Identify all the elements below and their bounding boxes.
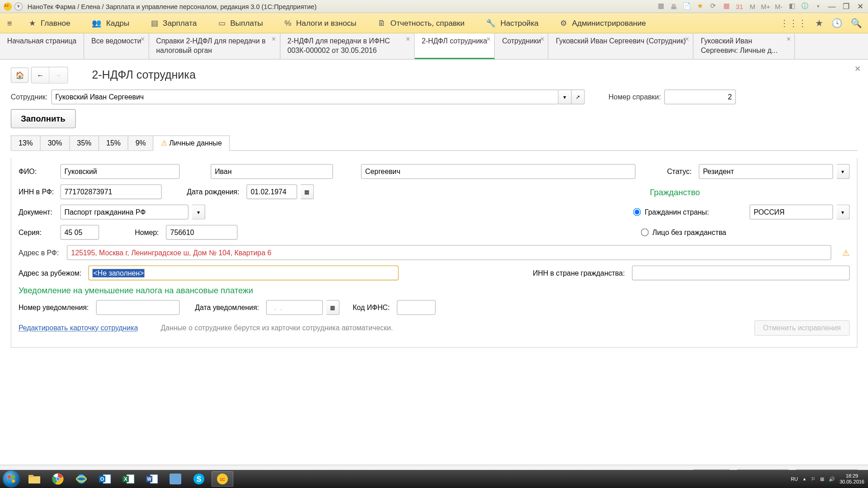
tab-15[interactable]: 15% — [99, 136, 128, 150]
close-icon[interactable]: ✕ — [406, 36, 410, 42]
minimize-button[interactable]: — — [826, 1, 837, 11]
address-foreign-field[interactable]: <Не заполнен> — [89, 265, 399, 280]
close-icon[interactable]: ✕ — [486, 36, 491, 42]
edit-card-link[interactable]: Редактировать карточку сотрудника — [19, 324, 138, 332]
notification-number-field[interactable] — [96, 300, 179, 315]
menu-reports[interactable]: 🗎Отчетность, справки — [367, 13, 475, 33]
lang-indicator[interactable]: RU — [791, 476, 798, 482]
series-field[interactable] — [60, 225, 99, 240]
close-icon[interactable]: ✕ — [786, 36, 791, 42]
outlook-icon[interactable]: O — [94, 471, 116, 487]
tab-2ndfl-refs[interactable]: Справки 2-НДФЛ для передачи в налоговый … — [149, 33, 280, 59]
first-name-field[interactable] — [211, 164, 333, 179]
inn-foreign-field[interactable] — [632, 265, 850, 280]
home-button[interactable]: 🏠 — [11, 67, 29, 83]
titlebar-m-plus-icon[interactable]: M+ — [761, 1, 770, 11]
tab-employee-personal[interactable]: Гуковский Иван Сергеевич: Личные д...✕ — [693, 33, 795, 59]
tab-35[interactable]: 35% — [69, 136, 99, 150]
flag-icon[interactable]: ⚐ — [811, 476, 816, 482]
ifns-code-field[interactable] — [397, 300, 436, 315]
dropdown-button[interactable]: ▾ — [837, 205, 850, 220]
tab-13[interactable]: 13% — [11, 136, 41, 150]
titlebar-info-icon[interactable]: ⓘ — [800, 1, 810, 11]
close-icon[interactable]: ✕ — [684, 36, 689, 42]
citizen-radio[interactable] — [633, 208, 641, 216]
start-button[interactable] — [3, 470, 20, 488]
patronymic-field[interactable] — [361, 164, 636, 179]
titlebar-tool-icon[interactable]: ★ — [695, 1, 705, 11]
titlebar-tool-icon[interactable]: ⟳ — [708, 1, 718, 11]
menu-salary[interactable]: ▤Зарплата — [140, 13, 208, 33]
cert-number-field[interactable] — [665, 89, 736, 104]
close-icon[interactable]: ✕ — [540, 36, 545, 42]
birthdate-field[interactable] — [246, 184, 297, 199]
close-button[interactable]: ✕ — [855, 1, 866, 11]
tab-9[interactable]: 9% — [128, 136, 154, 150]
word-icon[interactable]: W — [141, 471, 163, 487]
titlebar-m-icon[interactable]: M — [748, 1, 757, 11]
calendar-button[interactable]: ▦ — [301, 184, 314, 199]
menu-taxes[interactable]: %Налоги и взносы — [274, 13, 367, 33]
dropdown-button[interactable]: ▾ — [192, 205, 205, 220]
titlebar-tool-icon[interactable]: 🖶 — [669, 1, 679, 11]
excel-icon[interactable]: X — [118, 471, 139, 487]
menu-admin[interactable]: ⚙Администрирование — [549, 13, 657, 33]
menu-settings[interactable]: 🔧Настройка — [475, 13, 549, 33]
titlebar-m-minus-icon[interactable]: M- — [774, 1, 783, 11]
close-icon[interactable]: ✕ — [271, 36, 276, 42]
menu-main[interactable]: ★Главное — [18, 13, 81, 33]
doc-number-field[interactable] — [166, 225, 237, 240]
close-icon[interactable]: ✕ — [854, 65, 861, 74]
volume-icon[interactable]: 🔊 — [829, 476, 835, 482]
titlebar-dropdown[interactable]: ▼ — [14, 2, 23, 10]
tab-employees[interactable]: Сотрудники✕ — [495, 33, 549, 59]
back-button[interactable]: ← — [32, 67, 50, 83]
tab-2ndfl-ifns[interactable]: 2-НДФЛ для передачи в ИФНС 003К-000002 о… — [280, 33, 415, 59]
inn-rf-field[interactable] — [60, 184, 161, 199]
stateless-radio[interactable] — [641, 229, 649, 236]
menu-payments[interactable]: ▭Выплаты — [208, 13, 274, 33]
history-icon[interactable]: 🕓 — [831, 18, 843, 28]
favorite-icon[interactable]: ★ — [815, 18, 823, 28]
tab-personal-data[interactable]: ⚠Личные данные — [153, 136, 230, 150]
maximize-button[interactable]: ❐ — [841, 1, 852, 11]
clock[interactable]: 18:29 30.05.2016 — [840, 473, 864, 485]
notification-date-field[interactable] — [266, 300, 323, 315]
titlebar-tool-icon[interactable]: 📄 — [682, 1, 692, 11]
tab-30[interactable]: 30% — [40, 136, 70, 150]
tray-up-icon[interactable]: ▲ — [802, 477, 807, 481]
address-rf-field[interactable] — [67, 245, 831, 260]
network-icon[interactable]: ⊞ — [820, 476, 824, 482]
dropdown-button[interactable]: ▾ — [558, 89, 571, 104]
close-icon[interactable]: ✕ — [140, 36, 145, 42]
titlebar-tool-icon[interactable]: ▦ — [722, 1, 731, 11]
1c-taskbar-icon[interactable]: 1C — [212, 471, 233, 487]
last-name-field[interactable] — [60, 164, 179, 179]
fill-button[interactable]: Заполнить — [11, 109, 75, 128]
document-field[interactable] — [60, 205, 189, 220]
titlebar-tool-icon[interactable]: 31 — [735, 1, 744, 11]
titlebar-tool-icon[interactable]: ▦ — [656, 1, 665, 11]
burger-icon[interactable]: ≡ — [0, 18, 18, 28]
tab-2ndfl-employee[interactable]: 2-НДФЛ сотрудника✕ — [415, 33, 495, 59]
tab-employee-card[interactable]: Гуковский Иван Сергеевич (Сотрудник)✕ — [549, 33, 694, 59]
titlebar-panel-icon[interactable]: ◧ — [787, 1, 797, 11]
chrome-icon[interactable] — [47, 471, 69, 487]
status-field[interactable] — [699, 164, 833, 179]
open-button[interactable]: ↗ — [571, 89, 585, 104]
tab-start-page[interactable]: Начальная страница — [0, 33, 84, 59]
apps-icon[interactable]: ⋮⋮⋮ — [780, 18, 807, 28]
dropdown-button[interactable]: ▾ — [837, 164, 850, 179]
employee-field[interactable] — [51, 89, 558, 104]
explorer-icon[interactable] — [24, 471, 45, 487]
app-icon[interactable] — [165, 471, 186, 487]
country-field[interactable] — [750, 205, 833, 220]
calendar-button[interactable]: ▦ — [326, 300, 340, 315]
tab-all-sheets[interactable]: Все ведомости✕ — [84, 33, 149, 59]
titlebar-info-dropdown[interactable]: ▼ — [813, 1, 823, 11]
ie-icon[interactable] — [71, 471, 92, 487]
skype-icon[interactable]: S — [188, 471, 210, 487]
menu-staff[interactable]: 👥Кадры — [81, 13, 140, 33]
forward-button[interactable]: → — [50, 67, 68, 83]
search-icon[interactable]: 🔍 — [851, 18, 862, 28]
